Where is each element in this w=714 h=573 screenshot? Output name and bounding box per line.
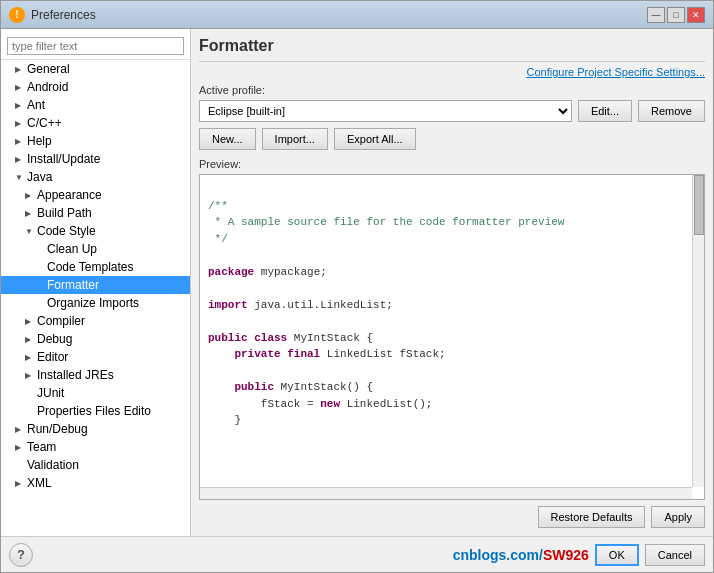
expand-arrow: ▶ — [15, 479, 25, 488]
expand-arrow: ▶ — [25, 191, 35, 200]
bottom-buttons: Restore Defaults Apply — [199, 506, 705, 528]
app-icon: ! — [9, 7, 25, 23]
sidebar-item-label: Clean Up — [47, 242, 97, 256]
expand-arrow: ▶ — [25, 209, 35, 218]
expand-arrow: ▶ — [15, 443, 25, 452]
sidebar-item-debug[interactable]: ▶ Debug — [1, 330, 190, 348]
edit-button[interactable]: Edit... — [578, 100, 632, 122]
window-controls: — □ ✕ — [647, 7, 705, 23]
sidebar-item-code-style[interactable]: ▼ Code Style — [1, 222, 190, 240]
sidebar-item-label: Compiler — [37, 314, 85, 328]
sidebar-item-compiler[interactable]: ▶ Compiler — [1, 312, 190, 330]
sidebar-item-general[interactable]: ▶ General — [1, 60, 190, 78]
title-bar-left: ! Preferences — [9, 7, 96, 23]
sidebar-item-editor[interactable]: ▶ Editor — [1, 348, 190, 366]
remove-button[interactable]: Remove — [638, 100, 705, 122]
sidebar-item-label: C/C++ — [27, 116, 62, 130]
sidebar-item-label: Android — [27, 80, 68, 94]
sidebar-item-formatter[interactable]: Formatter — [1, 276, 190, 294]
profile-row: Eclipse [built-in] Edit... Remove — [199, 100, 705, 122]
sidebar-item-label: Organize Imports — [47, 296, 139, 310]
sidebar-item-label: Properties Files Edito — [37, 404, 151, 418]
footer-left: ? — [9, 543, 33, 567]
sidebar-item-label: JUnit — [37, 386, 64, 400]
sidebar-item-team[interactable]: ▶ Team — [1, 438, 190, 456]
help-button[interactable]: ? — [9, 543, 33, 567]
sidebar-item-label: XML — [27, 476, 52, 490]
sidebar-item-label: General — [27, 62, 70, 76]
expand-arrow: ▶ — [15, 83, 25, 92]
maximize-button[interactable]: □ — [667, 7, 685, 23]
sidebar-item-xml[interactable]: ▶ XML — [1, 474, 190, 492]
filter-input[interactable] — [7, 37, 184, 55]
profile-select[interactable]: Eclipse [built-in] — [199, 100, 572, 122]
sidebar-item-label: Appearance — [37, 188, 102, 202]
sidebar-item-label: Ant — [27, 98, 45, 112]
vertical-scrollbar[interactable] — [692, 175, 704, 487]
minimize-button[interactable]: — — [647, 7, 665, 23]
sidebar-item-label: Code Templates — [47, 260, 134, 274]
expand-arrow: ▶ — [25, 371, 35, 380]
apply-button[interactable]: Apply — [651, 506, 705, 528]
footer: ? cnblogs.com/SW926 OK Cancel — [1, 536, 713, 572]
ok-button[interactable]: OK — [595, 544, 639, 566]
import-button[interactable]: Import... — [262, 128, 328, 150]
sidebar-item-label: Java — [27, 170, 52, 184]
footer-right: cnblogs.com/SW926 OK Cancel — [453, 544, 705, 566]
close-button[interactable]: ✕ — [687, 7, 705, 23]
preferences-window: ! Preferences — □ ✕ ▶ General ▶ Android — [0, 0, 714, 573]
preview-label: Preview: — [199, 158, 705, 170]
sidebar-item-installed-jres[interactable]: ▶ Installed JREs — [1, 366, 190, 384]
sidebar-item-run-debug[interactable]: ▶ Run/Debug — [1, 420, 190, 438]
sidebar-item-validation[interactable]: Validation — [1, 456, 190, 474]
code-preview: /** * A sample source file for the code … — [200, 175, 704, 451]
sidebar-item-label: Run/Debug — [27, 422, 88, 436]
sidebar-item-code-templates[interactable]: Code Templates — [1, 258, 190, 276]
active-profile-label: Active profile: — [199, 84, 705, 96]
panel-title: Formatter — [199, 37, 705, 62]
cancel-button[interactable]: Cancel — [645, 544, 705, 566]
expand-arrow: ▶ — [15, 101, 25, 110]
expand-arrow: ▼ — [25, 227, 35, 236]
expand-arrow: ▶ — [15, 137, 25, 146]
expand-arrow: ▶ — [15, 65, 25, 74]
sidebar-item-properties-files[interactable]: Properties Files Edito — [1, 402, 190, 420]
title-bar: ! Preferences — □ ✕ — [1, 1, 713, 29]
expand-arrow: ▶ — [25, 353, 35, 362]
sidebar-item-label: Validation — [27, 458, 79, 472]
watermark: cnblogs.com/SW926 — [453, 547, 589, 563]
sidebar: ▶ General ▶ Android ▶ Ant ▶ C/C++ ▶ Help… — [1, 29, 191, 536]
sidebar-item-label: Formatter — [47, 278, 99, 292]
sidebar-item-java[interactable]: ▼ Java — [1, 168, 190, 186]
restore-defaults-button[interactable]: Restore Defaults — [538, 506, 646, 528]
sidebar-item-cpp[interactable]: ▶ C/C++ — [1, 114, 190, 132]
scrollbar-thumb — [694, 175, 704, 235]
sidebar-item-label: Installed JREs — [37, 368, 114, 382]
sidebar-item-organize-imports[interactable]: Organize Imports — [1, 294, 190, 312]
sidebar-item-label: Team — [27, 440, 56, 454]
expand-arrow: ▶ — [15, 119, 25, 128]
sidebar-item-junit[interactable]: JUnit — [1, 384, 190, 402]
filter-box — [1, 33, 190, 60]
preview-area: /** * A sample source file for the code … — [199, 174, 705, 500]
sidebar-item-build-path[interactable]: ▶ Build Path — [1, 204, 190, 222]
sidebar-item-help[interactable]: ▶ Help — [1, 132, 190, 150]
sidebar-item-ant[interactable]: ▶ Ant — [1, 96, 190, 114]
sidebar-item-label: Help — [27, 134, 52, 148]
sidebar-item-install-update[interactable]: ▶ Install/Update — [1, 150, 190, 168]
sidebar-item-clean-up[interactable]: Clean Up — [1, 240, 190, 258]
export-button[interactable]: Export All... — [334, 128, 416, 150]
sidebar-item-label: Code Style — [37, 224, 96, 238]
new-button[interactable]: New... — [199, 128, 256, 150]
action-buttons: New... Import... Export All... — [199, 128, 705, 150]
sidebar-item-label: Debug — [37, 332, 72, 346]
sidebar-item-android[interactable]: ▶ Android — [1, 78, 190, 96]
sidebar-item-appearance[interactable]: ▶ Appearance — [1, 186, 190, 204]
expand-arrow: ▶ — [15, 155, 25, 164]
expand-arrow: ▼ — [15, 173, 25, 182]
configure-link[interactable]: Configure Project Specific Settings... — [199, 66, 705, 78]
sidebar-item-label: Editor — [37, 350, 68, 364]
horizontal-scrollbar[interactable] — [200, 487, 692, 499]
right-panel: Formatter Configure Project Specific Set… — [191, 29, 713, 536]
expand-arrow: ▶ — [15, 425, 25, 434]
